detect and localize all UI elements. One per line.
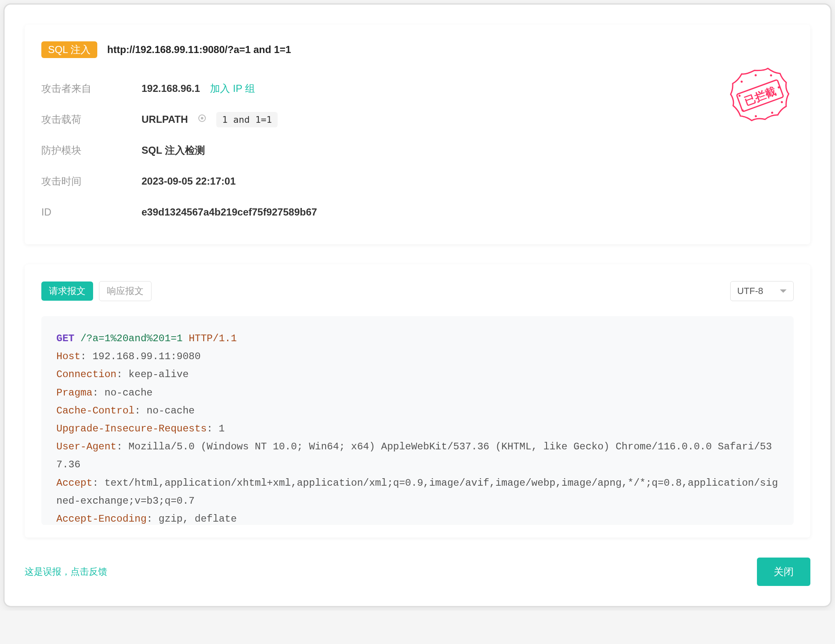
attacker-ip: 192.168.96.1 (142, 83, 200, 94)
time-value: 2023-09-05 22:17:01 (142, 175, 236, 187)
header-row: SQL 注入 http://192.168.99.11:9080/?a=1 an… (41, 41, 794, 58)
svg-point-1 (740, 81, 743, 83)
tab-request[interactable]: 请求报文 (41, 281, 93, 301)
request-body-code[interactable]: GET /?a=1%20and%201=1 HTTP/1.1 Host: 192… (41, 316, 794, 525)
stamp-text: 已拦截 (743, 85, 778, 108)
row-id: ID e39d1324567a4b219cef75f927589b67 (41, 197, 794, 228)
attack-url: http://192.168.99.11:9080/?a=1 and 1=1 (107, 44, 291, 56)
encoding-value: UTF-8 (737, 286, 763, 297)
close-button[interactable]: 关闭 (757, 558, 810, 586)
id-value: e39d1324567a4b219cef75f927589b67 (142, 206, 317, 218)
payload-code: 1 and 1=1 (216, 112, 278, 127)
raw-card: 请求报文 响应报文 UTF-8 GET /?a=1%20and%201=1 HT… (25, 264, 810, 538)
svg-point-7 (754, 115, 757, 117)
row-time: 攻击时间 2023-09-05 22:17:01 (41, 166, 794, 197)
row-module: 防护模块 SQL 注入检测 (41, 135, 794, 166)
modal-footer: 这是误报，点击反馈 关闭 (25, 558, 810, 586)
svg-point-9 (738, 94, 741, 97)
label-time: 攻击时间 (41, 175, 142, 188)
attack-detail-modal: 已拦截 SQL 注入 http://192.168.99.11:9080/?a=… (3, 3, 832, 607)
row-attacker: 攻击者来自 192.168.96.1 加入 IP 组 (41, 73, 794, 104)
chevron-down-icon (780, 289, 787, 293)
tab-response[interactable]: 响应报文 (99, 281, 152, 301)
false-positive-link[interactable]: 这是误报，点击反馈 (25, 565, 107, 578)
label-module: 防护模块 (41, 144, 142, 157)
module-value: SQL 注入检测 (142, 144, 205, 157)
label-attacker-from: 攻击者来自 (41, 82, 142, 95)
label-payload: 攻击载荷 (41, 113, 142, 126)
svg-point-5 (781, 101, 783, 104)
summary-card: 已拦截 SQL 注入 http://192.168.99.11:9080/?a=… (25, 25, 810, 244)
svg-point-11 (201, 117, 203, 119)
tabs: 请求报文 响应报文 (41, 281, 152, 301)
info-table: 攻击者来自 192.168.96.1 加入 IP 组 攻击载荷 URLPATH … (41, 73, 794, 228)
svg-point-3 (770, 74, 772, 77)
payload-location: URLPATH (142, 114, 188, 125)
tabs-row: 请求报文 响应报文 UTF-8 (41, 281, 794, 301)
attack-type-tag: SQL 注入 (41, 41, 97, 58)
encoding-select[interactable]: UTF-8 (730, 281, 794, 301)
location-icon (198, 114, 206, 125)
label-id: ID (41, 206, 142, 218)
row-payload: 攻击载荷 URLPATH 1 and 1=1 (41, 104, 794, 135)
add-ip-group-link[interactable]: 加入 IP 组 (210, 82, 255, 95)
svg-point-6 (771, 112, 774, 114)
svg-point-2 (754, 74, 757, 76)
